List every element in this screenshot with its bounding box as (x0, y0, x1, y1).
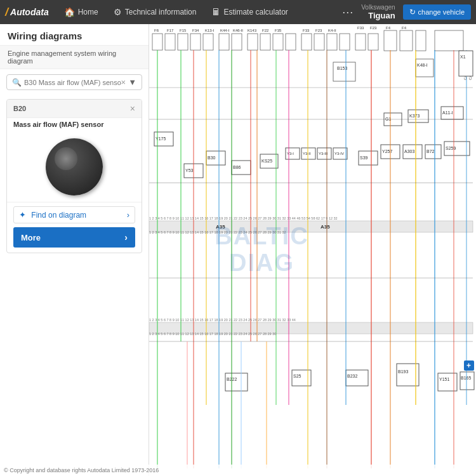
svg-rect-13 (327, 34, 337, 50)
svg-text:F4: F4 (386, 26, 391, 30)
more-button[interactable]: More › (13, 227, 135, 248)
svg-text:A35: A35 (216, 224, 225, 230)
svg-rect-3 (190, 34, 201, 50)
svg-text:B165: B165 (461, 376, 471, 380)
svg-text:F6: F6 (154, 29, 159, 32)
app-logo: / Autodata (5, 6, 49, 19)
svg-text:1 2 3 4 5 6 7 8 9 10 11 12 13 : 1 2 3 4 5 6 7 8 9 10 11 12 13 14 15 16 1… (149, 216, 338, 220)
svg-rect-6 (232, 34, 242, 50)
svg-rect-5 (219, 34, 229, 50)
sensor-image (46, 138, 103, 195)
nav-more-dots[interactable]: ··· (337, 4, 359, 20)
card-image (7, 132, 142, 202)
card-close-button[interactable]: × (130, 103, 135, 114)
nav-technical[interactable]: ⚙ Technical information (107, 4, 203, 20)
svg-text:1 2 3 4 5 6 7 8 9 10 11 12 13 : 1 2 3 4 5 6 7 8 9 10 11 12 13 14 15 16 1… (149, 318, 296, 322)
vehicle-make: Volkswagen (361, 4, 395, 11)
plus-icon: ✦ (19, 210, 26, 220)
home-icon: 🏠 (64, 7, 75, 17)
svg-rect-10 (286, 34, 296, 50)
svg-text:B72: B72 (426, 149, 435, 154)
svg-text:B30: B30 (208, 155, 216, 160)
svg-text:F4: F4 (402, 26, 407, 30)
card-code: B20 (13, 105, 26, 112)
component-card: B20 × Mass air flow (MAF) sensor ✦ Find … (6, 99, 142, 253)
nav-estimate-label: Estimate calculator (223, 8, 288, 17)
svg-text:F34: F34 (192, 29, 199, 32)
svg-rect-80 (225, 373, 248, 391)
vehicle-info: Volkswagen Tiguan (361, 4, 395, 20)
more-label: More (21, 233, 41, 242)
search-bar[interactable]: 🔍 × ▼ (6, 74, 142, 90)
sidebar-panel: Wiring diagrams Engine management system… (0, 24, 149, 476)
svg-text:K4-II: K4-II (328, 29, 336, 32)
copyright-text: © Copyright and database rights Autodata… (4, 467, 159, 473)
navbar: / Autodata 🏠 Home ⚙ Technical informatio… (0, 0, 476, 24)
nav-home[interactable]: 🏠 Home (58, 4, 105, 20)
search-input[interactable] (24, 79, 121, 86)
search-clear-icon[interactable]: × (121, 77, 126, 87)
svg-rect-9 (273, 34, 283, 50)
svg-text:Y3-I: Y3-I (287, 152, 294, 155)
svg-rect-38 (333, 62, 355, 81)
svg-text:1 2 3 4 5 6 7 8 9 10 11 12 13 : 1 2 3 4 5 6 7 8 9 10 11 12 13 14 15 16 1… (149, 230, 286, 234)
find-on-diagram-label: Find on diagram (31, 211, 86, 220)
find-on-diagram-button[interactable]: ✦ Find on diagram › (13, 206, 135, 223)
main-content: F6 F17 F15 F34 K13-I K44-I K46-II K143 F… (0, 24, 476, 476)
change-vehicle-button[interactable]: ↻ change vehicle (403, 4, 471, 20)
svg-text:F35: F35 (275, 29, 282, 32)
sidebar-subtitle: Engine management system wiring diagram (0, 46, 149, 69)
svg-text:F23: F23 (370, 26, 377, 30)
svg-text:A35: A35 (321, 224, 330, 230)
svg-text:X1: X1 (460, 55, 466, 59)
logo-text: Autodata (10, 7, 49, 17)
svg-text:Y53: Y53 (185, 168, 194, 173)
change-vehicle-label: change vehicle (418, 8, 465, 16)
calculator-icon: 🖩 (211, 7, 220, 17)
svg-rect-40 (416, 59, 433, 77)
svg-rect-90 (460, 372, 474, 390)
wrench-icon: ⚙ (114, 7, 122, 17)
svg-text:Y3-II: Y3-II (303, 152, 311, 155)
nav-technical-label: Technical information (125, 8, 197, 17)
nav-home-label: Home (78, 8, 98, 17)
svg-text:F23: F23 (315, 29, 322, 32)
search-filter-icon[interactable]: ▼ (128, 77, 136, 87)
svg-rect-18 (400, 30, 413, 51)
svg-text:1 2 3 4 5 6 7 8 9 10 11 12 13 : 1 2 3 4 5 6 7 8 9 10 11 12 13 14 15 16 1… (149, 332, 276, 336)
card-footer: ✦ Find on diagram › More › (7, 202, 142, 253)
find-arrow-icon: › (127, 210, 129, 220)
svg-text:A303: A303 (404, 149, 414, 154)
svg-text:+: + (466, 361, 471, 370)
svg-text:Y257: Y257 (382, 149, 392, 154)
svg-text:B193: B193 (398, 369, 408, 374)
svg-text:B86: B86 (233, 165, 241, 169)
svg-text:S25: S25 (293, 374, 301, 378)
svg-rect-1 (165, 34, 175, 50)
svg-text:S39: S39 (360, 155, 368, 160)
change-icon: ↻ (409, 8, 416, 17)
svg-text:K143: K143 (248, 29, 257, 32)
svg-rect-16 (368, 34, 378, 50)
svg-text:Y151: Y151 (439, 377, 449, 381)
svg-rect-4 (203, 34, 213, 50)
svg-rect-11 (301, 34, 312, 50)
svg-rect-8 (260, 34, 270, 50)
svg-rect-19 (416, 30, 426, 51)
svg-rect-7 (248, 34, 258, 50)
svg-text:K48-I: K48-I (417, 63, 428, 67)
svg-rect-12 (314, 34, 324, 50)
search-icon: 🔍 (12, 78, 22, 87)
svg-rect-0 (152, 34, 162, 50)
card-name: Mass air flow (MAF) sensor (7, 118, 142, 132)
svg-text:F15: F15 (180, 29, 187, 32)
svg-text:B232: B232 (347, 374, 357, 378)
svg-text:F33: F33 (303, 29, 310, 32)
svg-text:K46-II: K46-II (233, 29, 243, 32)
svg-rect-20 (435, 30, 463, 51)
card-header: B20 × (7, 100, 142, 118)
nav-estimate[interactable]: 🖩 Estimate calculator (205, 4, 294, 20)
svg-text:Y3-IV: Y3-IV (334, 152, 344, 155)
svg-text:F22: F22 (262, 29, 269, 32)
svg-rect-14 (340, 34, 350, 50)
